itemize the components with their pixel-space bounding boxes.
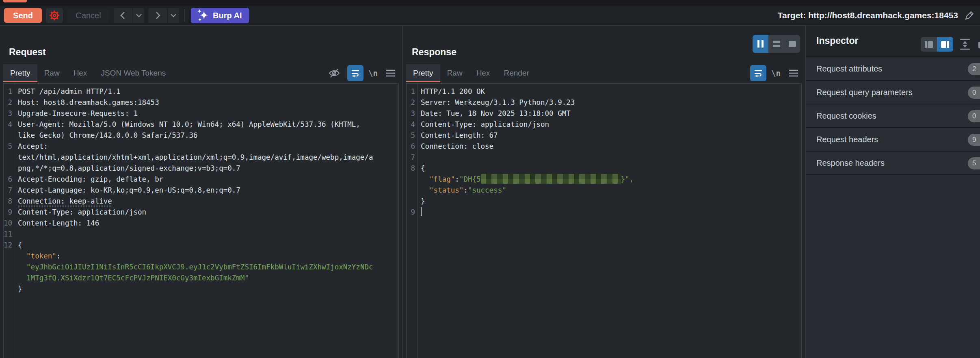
count-badge: 9 — [968, 134, 980, 146]
history-back-button[interactable] — [114, 8, 132, 23]
history-forward-button[interactable] — [148, 8, 167, 23]
inspector-section-request-cookies[interactable]: Request cookies0 — [806, 104, 980, 128]
layout-rows-button[interactable] — [768, 35, 784, 53]
hamburger-menu-icon — [385, 68, 396, 78]
code-line: 1POST /api/admin HTTP/1.1 — [4, 86, 398, 97]
code-line: 9Content-Type: application/json — [4, 207, 398, 218]
tab-render[interactable]: Render — [497, 64, 536, 82]
tab-pretty[interactable]: Pretty — [3, 64, 37, 82]
line-number: 1 — [407, 86, 415, 97]
tab-pretty[interactable]: Pretty — [406, 64, 440, 82]
chevron-down-icon — [170, 13, 177, 18]
inspector-dock-toggle-group — [921, 37, 953, 52]
target-url: Target: http://host8.dreamhack.games:184… — [778, 11, 958, 20]
code-line: text/html,application/xhtml+xml,applicat… — [4, 152, 398, 163]
line-number: 9 — [4, 207, 12, 218]
tab-json-web-tokens[interactable]: JSON Web Tokens — [94, 64, 173, 82]
response-editor[interactable]: 1HTTP/1.1 200 OK2Server: Werkzeug/3.1.3 … — [406, 83, 802, 358]
count-badge: 2 — [968, 63, 980, 75]
inspector-section-request-headers[interactable]: Request headers9 — [806, 128, 980, 152]
text-cursor — [421, 207, 422, 216]
word-wrap-icon — [753, 68, 763, 78]
line-number: 8 — [4, 196, 12, 207]
code-line: } — [4, 284, 398, 295]
history-back-dropdown[interactable] — [133, 8, 144, 23]
layout-single-button[interactable] — [784, 35, 800, 53]
word-wrap-toggle[interactable] — [750, 65, 766, 81]
line-number — [4, 284, 12, 295]
cancel-button[interactable]: Cancel — [67, 8, 110, 23]
code-line: 5Accept: — [4, 141, 398, 152]
dock-right-button[interactable] — [937, 37, 953, 52]
code-line: 7 — [407, 152, 801, 163]
dock-right-icon — [941, 41, 946, 48]
line-number: 12 — [4, 240, 12, 251]
layout-columns-button[interactable] — [753, 35, 768, 53]
word-wrap-icon — [350, 68, 360, 78]
line-number: 3 — [407, 108, 415, 119]
inspector-section-response-headers[interactable]: Response headers5 — [806, 152, 980, 175]
request-editor-menu-button[interactable] — [383, 65, 399, 81]
code-line: 5Content-Length: 67 — [407, 130, 801, 141]
eye-off-icon — [328, 67, 340, 79]
code-line: png,*/*;q=0.8,application/signed-exchang… — [4, 163, 398, 174]
inspector-section-label: Request cookies — [816, 111, 876, 121]
chevron-down-icon — [136, 13, 142, 18]
code-line: "status":"success" — [407, 185, 801, 196]
show-newlines-toggle[interactable]: \n — [368, 69, 378, 78]
line-number — [407, 185, 415, 196]
inspector-section-label: Response headers — [816, 158, 885, 168]
inspector-section-label: Request attributes — [816, 64, 882, 74]
tab-raw[interactable]: Raw — [440, 64, 469, 82]
code-line: "flag":"DH{5}", — [407, 174, 801, 185]
inspector-title: Inspector — [816, 35, 859, 46]
line-number: 9 — [407, 207, 415, 218]
code-line: "token": — [4, 251, 398, 262]
code-line: 4User-Agent: Mozilla/5.0 (Windows NT 10.… — [4, 119, 398, 130]
line-number — [4, 130, 12, 141]
burp-repeater-window: Send — [0, 0, 980, 358]
line-number: 8 — [407, 163, 415, 174]
line-number — [4, 273, 12, 284]
rows-layout-icon — [773, 41, 780, 47]
code-line: 12{ — [4, 240, 398, 251]
response-editor-menu-button[interactable] — [785, 65, 802, 81]
inspector-section-label: Request query parameters — [816, 88, 913, 97]
history-forward-dropdown[interactable] — [168, 8, 179, 23]
send-button[interactable]: Send — [4, 8, 42, 23]
request-editor[interactable]: 1POST /api/admin HTTP/1.12Host: host8.dr… — [3, 83, 399, 358]
word-wrap-toggle[interactable] — [347, 65, 363, 81]
tab-hex[interactable]: Hex — [469, 64, 497, 82]
code-line: 1HTTP/1.1 200 OK — [407, 86, 801, 97]
count-badge: 0 — [968, 87, 980, 99]
tab-raw[interactable]: Raw — [37, 64, 67, 82]
hamburger-menu-icon — [788, 68, 799, 78]
collapse-all-button[interactable] — [959, 38, 971, 51]
code-line: 7Accept-Language: ko-KR,ko;q=0.9,en-US;q… — [4, 185, 398, 196]
hide-nonprintable-button[interactable] — [326, 65, 342, 81]
inspector-section-request-attributes[interactable]: Request attributes2 — [806, 57, 980, 81]
show-newlines-toggle[interactable]: \n — [771, 69, 781, 78]
gutter-divider — [15, 84, 15, 358]
tab-hex[interactable]: Hex — [67, 64, 94, 82]
inspector-section-label: Request headers — [816, 135, 878, 144]
line-number — [407, 196, 415, 207]
line-number — [4, 152, 12, 163]
line-number: 10 — [4, 218, 12, 229]
dock-left-button[interactable] — [921, 37, 937, 52]
line-number: 2 — [4, 97, 12, 108]
code-line: 2Host: host8.dreamhack.games:18453 — [4, 97, 398, 108]
request-tabbar: PrettyRawHexJSON Web Tokens — [3, 64, 399, 82]
inspector-section-request-query-parameters[interactable]: Request query parameters0 — [806, 81, 980, 104]
edit-target-pencil-icon[interactable] — [964, 10, 975, 21]
line-number: 6 — [407, 141, 415, 152]
code-line: 1MTg3fQ.XSiXdzr1Qt7EC5cFcPVJzPNIEX0cGy3m… — [4, 273, 398, 284]
clipped-edge-icon — [978, 42, 980, 48]
line-number: 4 — [407, 119, 415, 130]
send-settings-button[interactable] — [46, 8, 63, 23]
code-line: 6Connection: close — [407, 141, 801, 152]
code-line: 8Connection: keep-alive — [4, 196, 398, 207]
code-line: 6Accept-Encoding: gzip, deflate, br — [4, 174, 398, 185]
burp-ai-button[interactable]: ✦ ✦ ✦ Burp AI — [191, 8, 249, 23]
line-number: 7 — [4, 185, 12, 196]
